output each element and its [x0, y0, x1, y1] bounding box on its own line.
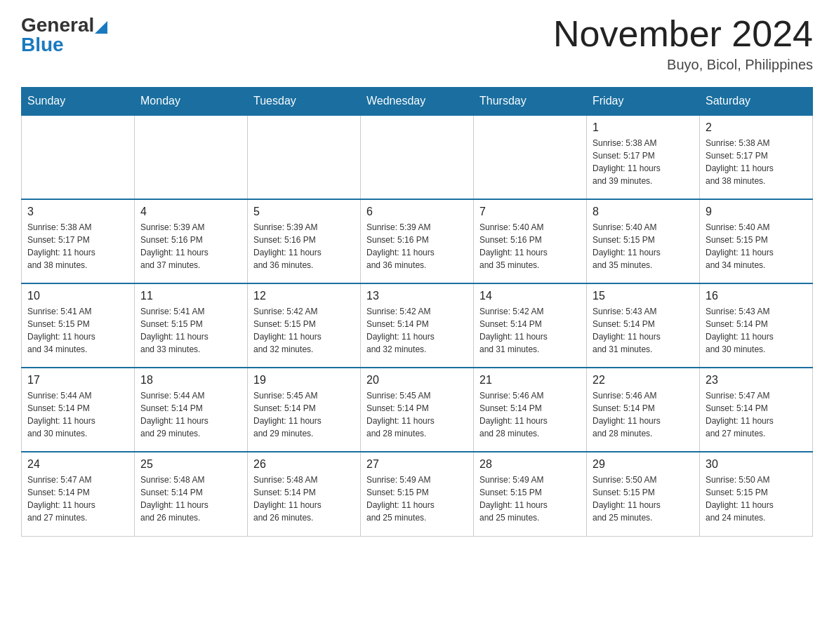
day-number: 10	[27, 290, 128, 302]
day-number: 13	[366, 290, 468, 302]
day-number: 7	[479, 206, 581, 218]
day-number: 2	[706, 121, 807, 134]
calendar-day-cell: 20Sunrise: 5:45 AM Sunset: 5:14 PM Dayli…	[361, 368, 474, 452]
day-info: Sunrise: 5:40 AM Sunset: 5:15 PM Dayligh…	[706, 221, 807, 271]
day-number: 23	[706, 374, 807, 387]
calendar-day-cell: 26Sunrise: 5:48 AM Sunset: 5:14 PM Dayli…	[248, 452, 361, 536]
calendar-week-row: 1Sunrise: 5:38 AM Sunset: 5:17 PM Daylig…	[22, 115, 813, 199]
day-info: Sunrise: 5:50 AM Sunset: 5:15 PM Dayligh…	[706, 474, 807, 524]
day-number: 17	[27, 374, 128, 387]
calendar-header-row: SundayMondayTuesdayWednesdayThursdayFrid…	[22, 88, 813, 116]
day-info: Sunrise: 5:42 AM Sunset: 5:15 PM Dayligh…	[253, 305, 355, 356]
day-number: 25	[140, 458, 241, 471]
calendar-day-cell: 19Sunrise: 5:45 AM Sunset: 5:14 PM Dayli…	[248, 368, 361, 452]
day-of-week-header: Wednesday	[361, 88, 474, 116]
day-info: Sunrise: 5:39 AM Sunset: 5:16 PM Dayligh…	[366, 221, 468, 271]
day-number: 19	[253, 374, 355, 387]
day-info: Sunrise: 5:42 AM Sunset: 5:14 PM Dayligh…	[479, 305, 581, 356]
calendar-day-cell: 17Sunrise: 5:44 AM Sunset: 5:14 PM Dayli…	[22, 368, 135, 452]
day-number: 27	[366, 458, 468, 471]
day-of-week-header: Saturday	[700, 88, 813, 116]
calendar-day-cell: 27Sunrise: 5:49 AM Sunset: 5:15 PM Dayli…	[361, 452, 474, 536]
day-number: 21	[479, 374, 581, 387]
calendar-day-cell: 4Sunrise: 5:39 AM Sunset: 5:16 PM Daylig…	[135, 199, 248, 283]
day-number: 1	[593, 121, 694, 134]
day-number: 11	[140, 290, 241, 302]
day-number: 30	[706, 458, 807, 471]
day-of-week-header: Thursday	[474, 88, 587, 116]
calendar-day-cell: 6Sunrise: 5:39 AM Sunset: 5:16 PM Daylig…	[361, 199, 474, 283]
calendar-day-cell: 22Sunrise: 5:46 AM Sunset: 5:14 PM Dayli…	[587, 368, 700, 452]
calendar-day-cell: 14Sunrise: 5:42 AM Sunset: 5:14 PM Dayli…	[474, 283, 587, 368]
calendar-day-cell	[248, 115, 361, 199]
day-info: Sunrise: 5:49 AM Sunset: 5:15 PM Dayligh…	[479, 474, 581, 524]
calendar-day-cell: 1Sunrise: 5:38 AM Sunset: 5:17 PM Daylig…	[587, 115, 700, 199]
calendar-day-cell: 7Sunrise: 5:40 AM Sunset: 5:16 PM Daylig…	[474, 199, 587, 283]
month-title: November 2024	[553, 14, 813, 54]
day-number: 6	[366, 206, 468, 218]
day-info: Sunrise: 5:40 AM Sunset: 5:16 PM Dayligh…	[479, 221, 581, 271]
calendar-day-cell: 5Sunrise: 5:39 AM Sunset: 5:16 PM Daylig…	[248, 199, 361, 283]
calendar-day-cell: 13Sunrise: 5:42 AM Sunset: 5:14 PM Dayli…	[361, 283, 474, 368]
calendar-table: SundayMondayTuesdayWednesdayThursdayFrid…	[21, 87, 813, 537]
day-number: 9	[706, 206, 807, 218]
day-info: Sunrise: 5:40 AM Sunset: 5:15 PM Dayligh…	[593, 221, 694, 271]
day-info: Sunrise: 5:44 AM Sunset: 5:14 PM Dayligh…	[27, 389, 128, 440]
day-info: Sunrise: 5:46 AM Sunset: 5:14 PM Dayligh…	[593, 389, 694, 440]
calendar-day-cell: 29Sunrise: 5:50 AM Sunset: 5:15 PM Dayli…	[587, 452, 700, 536]
day-number: 20	[366, 374, 468, 387]
day-number: 15	[593, 290, 694, 302]
calendar-day-cell: 3Sunrise: 5:38 AM Sunset: 5:17 PM Daylig…	[22, 199, 135, 283]
day-info: Sunrise: 5:39 AM Sunset: 5:16 PM Dayligh…	[253, 221, 355, 271]
day-number: 5	[253, 206, 355, 218]
calendar-day-cell: 9Sunrise: 5:40 AM Sunset: 5:15 PM Daylig…	[700, 199, 813, 283]
day-info: Sunrise: 5:45 AM Sunset: 5:14 PM Dayligh…	[253, 389, 355, 440]
day-info: Sunrise: 5:43 AM Sunset: 5:14 PM Dayligh…	[706, 305, 807, 356]
day-info: Sunrise: 5:41 AM Sunset: 5:15 PM Dayligh…	[27, 305, 128, 356]
day-info: Sunrise: 5:45 AM Sunset: 5:14 PM Dayligh…	[366, 389, 468, 440]
calendar-day-cell	[361, 115, 474, 199]
day-number: 26	[253, 458, 355, 471]
day-info: Sunrise: 5:47 AM Sunset: 5:14 PM Dayligh…	[27, 474, 128, 524]
calendar-day-cell: 16Sunrise: 5:43 AM Sunset: 5:14 PM Dayli…	[700, 283, 813, 368]
calendar-week-row: 17Sunrise: 5:44 AM Sunset: 5:14 PM Dayli…	[22, 368, 813, 452]
title-block: November 2024 Buyo, Bicol, Philippines	[553, 14, 813, 73]
calendar-week-row: 3Sunrise: 5:38 AM Sunset: 5:17 PM Daylig…	[22, 199, 813, 283]
day-number: 22	[593, 374, 694, 387]
logo: General Blue	[21, 14, 107, 56]
calendar-day-cell: 18Sunrise: 5:44 AM Sunset: 5:14 PM Dayli…	[135, 368, 248, 452]
day-info: Sunrise: 5:39 AM Sunset: 5:16 PM Dayligh…	[140, 221, 241, 271]
day-info: Sunrise: 5:46 AM Sunset: 5:14 PM Dayligh…	[479, 389, 581, 440]
calendar-day-cell	[135, 115, 248, 199]
calendar-day-cell	[474, 115, 587, 199]
logo-triangle-icon	[95, 21, 107, 34]
day-info: Sunrise: 5:38 AM Sunset: 5:17 PM Dayligh…	[593, 137, 694, 187]
day-number: 28	[479, 458, 581, 471]
calendar-day-cell: 10Sunrise: 5:41 AM Sunset: 5:15 PM Dayli…	[22, 283, 135, 368]
day-info: Sunrise: 5:48 AM Sunset: 5:14 PM Dayligh…	[253, 474, 355, 524]
day-info: Sunrise: 5:49 AM Sunset: 5:15 PM Dayligh…	[366, 474, 468, 524]
calendar-day-cell: 21Sunrise: 5:46 AM Sunset: 5:14 PM Dayli…	[474, 368, 587, 452]
day-number: 24	[27, 458, 128, 471]
calendar-day-cell: 28Sunrise: 5:49 AM Sunset: 5:15 PM Dayli…	[474, 452, 587, 536]
page-header: General Blue November 2024 Buyo, Bicol, …	[21, 14, 813, 73]
day-info: Sunrise: 5:47 AM Sunset: 5:14 PM Dayligh…	[706, 389, 807, 440]
day-number: 3	[27, 206, 128, 218]
day-of-week-header: Sunday	[22, 88, 135, 116]
day-number: 14	[479, 290, 581, 302]
calendar-day-cell: 25Sunrise: 5:48 AM Sunset: 5:14 PM Dayli…	[135, 452, 248, 536]
day-info: Sunrise: 5:48 AM Sunset: 5:14 PM Dayligh…	[140, 474, 241, 524]
day-info: Sunrise: 5:43 AM Sunset: 5:14 PM Dayligh…	[593, 305, 694, 356]
logo-blue-text: Blue	[21, 34, 107, 56]
day-info: Sunrise: 5:41 AM Sunset: 5:15 PM Dayligh…	[140, 305, 241, 356]
calendar-day-cell	[22, 115, 135, 199]
day-info: Sunrise: 5:42 AM Sunset: 5:14 PM Dayligh…	[366, 305, 468, 356]
day-number: 29	[593, 458, 694, 471]
calendar-week-row: 10Sunrise: 5:41 AM Sunset: 5:15 PM Dayli…	[22, 283, 813, 368]
calendar-week-row: 24Sunrise: 5:47 AM Sunset: 5:14 PM Dayli…	[22, 452, 813, 536]
calendar-day-cell: 8Sunrise: 5:40 AM Sunset: 5:15 PM Daylig…	[587, 199, 700, 283]
day-info: Sunrise: 5:44 AM Sunset: 5:14 PM Dayligh…	[140, 389, 241, 440]
day-of-week-header: Tuesday	[248, 88, 361, 116]
day-of-week-header: Monday	[135, 88, 248, 116]
calendar-day-cell: 23Sunrise: 5:47 AM Sunset: 5:14 PM Dayli…	[700, 368, 813, 452]
